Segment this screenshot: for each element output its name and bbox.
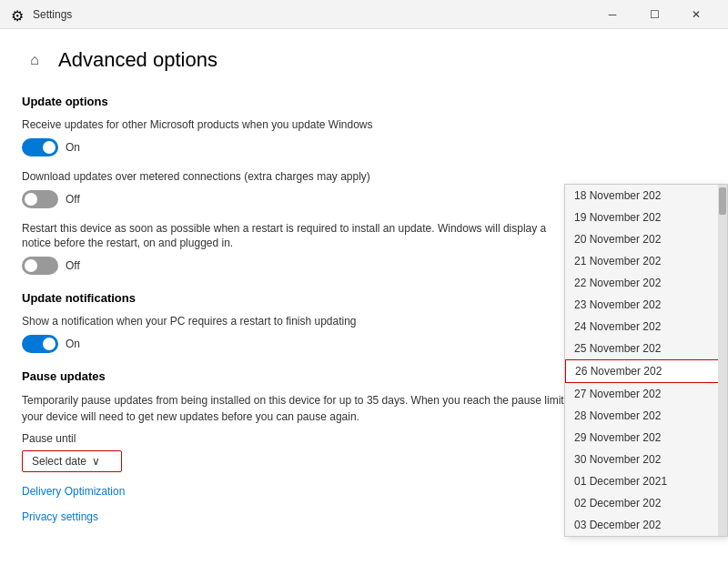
dropdown-item[interactable]: 23 November 202	[565, 294, 727, 316]
dropdown-item[interactable]: 21 November 202	[565, 250, 727, 272]
toggle3-label: Restart this device as soon as possible …	[22, 221, 550, 252]
toggle1-control: On	[22, 138, 706, 156]
toggle2-track	[22, 190, 58, 208]
dropdown-scrollbar[interactable]	[718, 185, 727, 536]
scrollbar-thumb	[719, 187, 726, 215]
toggle-notif-status: On	[66, 338, 80, 350]
dropdown-item[interactable]: 27 November 202	[565, 383, 727, 405]
toggle1[interactable]	[22, 138, 58, 156]
titlebar-title: Settings	[33, 8, 592, 21]
pause-description: Temporarily pause updates from being ins…	[22, 392, 586, 425]
toggle-notif-thumb	[43, 338, 56, 350]
maximize-button[interactable]: ☐	[633, 0, 675, 29]
select-date-label: Select date	[32, 455, 86, 468]
toggle2-label: Download updates over metered connection…	[22, 169, 550, 185]
dropdown-item[interactable]: 29 November 202	[565, 427, 727, 449]
home-icon: ⌂	[30, 52, 39, 68]
toggle-notif[interactable]	[22, 335, 58, 353]
dropdown-item[interactable]: 20 November 202	[565, 228, 727, 250]
dropdown-item[interactable]: 01 December 2021	[565, 470, 727, 492]
toggle1-thumb	[43, 141, 56, 154]
toggle3-thumb	[25, 259, 37, 272]
minimize-button[interactable]: ─	[592, 0, 633, 29]
dropdown-item[interactable]: 18 November 202	[565, 185, 727, 207]
page-title: Advanced options	[58, 48, 217, 72]
titlebar: ⚙ Settings ─ ☐ ✕	[0, 0, 728, 29]
toggle2[interactable]	[22, 190, 58, 208]
toggle1-track	[22, 138, 58, 156]
page-header: ⌂ Advanced options	[22, 47, 706, 73]
update-options-section-title: Update options	[22, 95, 706, 108]
home-button[interactable]: ⌂	[22, 47, 47, 73]
dropdown-item[interactable]: 26 November 202	[565, 359, 727, 383]
toggle1-label: Receive updates for other Microsoft prod…	[22, 117, 550, 133]
close-button[interactable]: ✕	[675, 0, 717, 29]
toggle-row-1: Receive updates for other Microsoft prod…	[22, 117, 706, 156]
toggle2-status: Off	[66, 193, 80, 206]
settings-icon: ⚙	[11, 7, 25, 22]
dropdown-item[interactable]: 19 November 202	[565, 207, 727, 228]
dropdown-item[interactable]: 03 December 202	[565, 514, 727, 536]
toggle3-status: Off	[66, 259, 80, 272]
dropdown-item[interactable]: 24 November 202	[565, 316, 727, 338]
dropdown-item[interactable]: 30 November 202	[565, 449, 727, 470]
chevron-down-icon: ∨	[92, 455, 100, 468]
main-content: ⌂ Advanced options Update options Receiv…	[0, 29, 728, 565]
dropdown-item[interactable]: 22 November 202	[565, 272, 727, 294]
toggle3-track	[22, 257, 58, 275]
toggle1-status: On	[66, 141, 80, 154]
toggle-notif-track	[22, 335, 58, 353]
date-dropdown: 18 November 20219 November 20220 Novembe…	[564, 184, 728, 537]
toggle3[interactable]	[22, 257, 58, 275]
dropdown-item[interactable]: 28 November 202	[565, 405, 727, 427]
dropdown-item[interactable]: 25 November 202	[565, 338, 727, 359]
dropdown-item[interactable]: 02 December 202	[565, 492, 727, 514]
toggle2-thumb	[25, 193, 37, 206]
titlebar-controls: ─ ☐ ✕	[592, 0, 717, 29]
select-date-button[interactable]: Select date ∨	[22, 450, 122, 472]
toggle-notif-label: Show a notification when your PC require…	[22, 314, 550, 329]
